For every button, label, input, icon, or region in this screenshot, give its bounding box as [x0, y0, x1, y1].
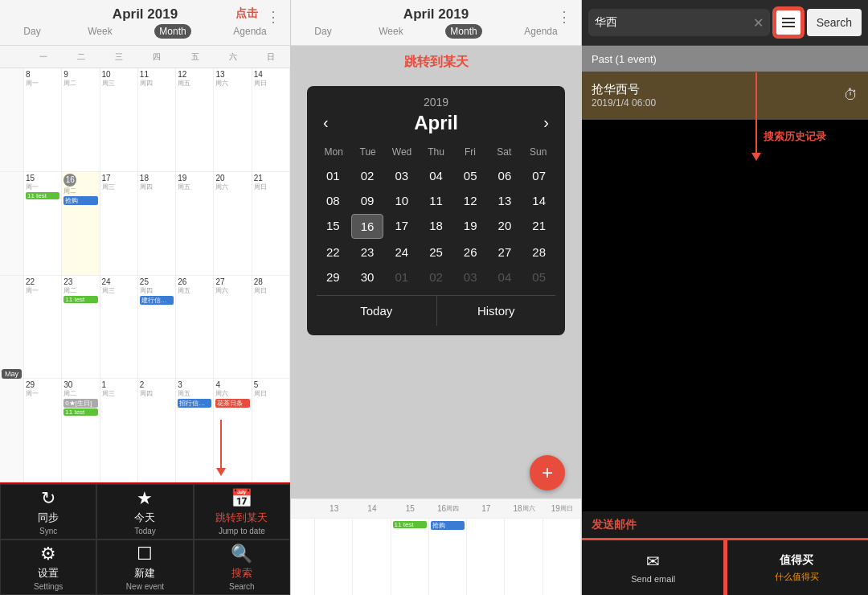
dp-29[interactable]: 29	[317, 265, 350, 289]
dp-10[interactable]: 10	[385, 189, 418, 212]
dp-02[interactable]: 02	[351, 164, 384, 187]
dp-20[interactable]: 20	[489, 214, 522, 239]
search-input[interactable]	[595, 16, 748, 29]
tab-week-mid[interactable]: Week	[374, 24, 407, 39]
mb-18[interactable]	[505, 519, 542, 595]
dp-14[interactable]: 14	[522, 189, 555, 212]
dp-21[interactable]: 21	[522, 214, 555, 239]
day-29[interactable]: 29周一	[24, 379, 62, 482]
dp-11[interactable]: 11	[420, 189, 452, 212]
dp-13[interactable]: 13	[489, 189, 522, 212]
day-18[interactable]: 18周四	[138, 172, 176, 275]
dp-may05[interactable]: 05	[522, 265, 555, 289]
dp-26[interactable]: 26	[454, 240, 487, 264]
tool-sync[interactable]: ↻ 同步 Sync	[0, 484, 96, 540]
day-11[interactable]: 11周四	[138, 68, 176, 171]
tab-month-mid[interactable]: Month	[445, 24, 481, 39]
dp-17[interactable]: 17	[385, 214, 418, 239]
tool-new-event[interactable]: ☐ 新建 New event	[96, 540, 193, 595]
footer-send-email[interactable]: ✉ Send email	[582, 540, 725, 595]
dp-30[interactable]: 30	[351, 265, 384, 289]
dp-12[interactable]: 12	[454, 189, 487, 212]
dp-09[interactable]: 09	[351, 189, 384, 212]
tab-day-left[interactable]: Day	[18, 24, 45, 39]
search-button[interactable]: Search	[807, 9, 862, 36]
list-icon-button[interactable]	[775, 9, 802, 36]
mb-15[interactable]: 11 test	[391, 519, 429, 595]
tab-month-left[interactable]: Month	[154, 24, 190, 39]
dp-05[interactable]: 05	[454, 164, 487, 187]
day-30[interactable]: 30周二0★[生日]11 test	[62, 379, 100, 482]
dp-06[interactable]: 06	[489, 164, 522, 187]
day-15[interactable]: 15周一11 test	[24, 172, 62, 275]
day-24[interactable]: 24周三	[100, 276, 138, 379]
day-10[interactable]: 10周三	[100, 68, 138, 171]
dp-23[interactable]: 23	[351, 240, 384, 264]
day-20[interactable]: 20周六	[214, 172, 252, 275]
day-may2[interactable]: 2周四	[138, 379, 176, 482]
tool-settings[interactable]: ⚙ 设置 Settings	[0, 540, 96, 595]
footer-smzdm[interactable]: 值得买 什么值得买	[726, 540, 869, 595]
dp-16-today[interactable]: 16	[351, 214, 384, 239]
day-21[interactable]: 21周日	[252, 172, 290, 275]
dp-may02[interactable]: 02	[420, 265, 452, 289]
more-icon-mid[interactable]: ⋮	[557, 8, 571, 26]
tool-today[interactable]: ★ 今天 Today	[96, 484, 193, 540]
day-may3[interactable]: 3周五招行信用卡	[176, 379, 214, 482]
day-may1[interactable]: 1周三	[100, 379, 138, 482]
mb-16[interactable]: 抢购	[429, 519, 467, 595]
mb-14[interactable]	[353, 519, 391, 595]
tab-week-left[interactable]: Week	[83, 24, 117, 39]
tab-agenda-left[interactable]: Agenda	[228, 24, 271, 39]
event-clock-icon: ⏱	[844, 87, 858, 104]
day-may5[interactable]: 5周日	[252, 379, 290, 482]
dp-may01[interactable]: 01	[385, 265, 418, 289]
dp-next-btn[interactable]: ›	[537, 110, 555, 135]
dp-07[interactable]: 07	[522, 164, 555, 187]
mb-19[interactable]	[543, 519, 581, 595]
dp-25[interactable]: 25	[420, 240, 452, 264]
day-26[interactable]: 26周五	[176, 276, 214, 379]
day-28[interactable]: 28周日	[252, 276, 290, 379]
day-19[interactable]: 19周五	[176, 172, 214, 275]
day-22[interactable]: 22周一	[24, 276, 62, 379]
dp-24[interactable]: 24	[385, 240, 418, 264]
dp-today-btn[interactable]: Today	[317, 296, 436, 326]
dp-may03[interactable]: 03	[454, 265, 487, 289]
dp-03[interactable]: 03	[385, 164, 418, 187]
fab-add-button[interactable]: +	[530, 455, 565, 490]
dp-01[interactable]: 01	[317, 164, 350, 187]
day-9[interactable]: 9周二	[62, 68, 100, 171]
dp-may04[interactable]: 04	[489, 265, 522, 289]
dp-15[interactable]: 15	[317, 214, 350, 239]
dp-history-btn[interactable]: History	[436, 296, 556, 326]
day-17[interactable]: 17周三	[100, 172, 138, 275]
day-8[interactable]: 8周一	[24, 68, 62, 171]
dp-28[interactable]: 28	[522, 240, 555, 264]
date-picker-popup[interactable]: 2019 ‹ April › Mon Tue Wed Thu Fri Sat S…	[307, 86, 565, 335]
day-12[interactable]: 12周五	[176, 68, 214, 171]
more-icon-left[interactable]: ⋮	[266, 8, 280, 26]
search-tool-icon: 🔍	[231, 544, 252, 564]
event-result-item[interactable]: 抢华西号 2019/1/4 06:00 ⏱	[582, 72, 868, 120]
day-16[interactable]: 16周二抢购	[62, 172, 100, 275]
dp-08[interactable]: 08	[317, 189, 350, 212]
mb-13[interactable]	[315, 519, 353, 595]
day-27[interactable]: 27周六	[214, 276, 252, 379]
dp-22[interactable]: 22	[317, 240, 350, 264]
day-23[interactable]: 23周二11 test	[62, 276, 100, 379]
dp-27[interactable]: 27	[489, 240, 522, 264]
dp-prev-btn[interactable]: ‹	[317, 110, 335, 135]
tab-agenda-mid[interactable]: Agenda	[519, 24, 562, 39]
dp-04[interactable]: 04	[420, 164, 452, 187]
day-14[interactable]: 14周日	[252, 68, 290, 171]
dp-18[interactable]: 18	[420, 214, 452, 239]
clear-search-btn[interactable]: ✕	[753, 15, 764, 31]
mb-17[interactable]	[467, 519, 505, 595]
tool-search[interactable]: 🔍 搜索 Search	[194, 540, 290, 595]
tool-jump[interactable]: 📅 跳转到某天 Jump to date	[194, 484, 290, 540]
tab-day-mid[interactable]: Day	[309, 24, 336, 39]
day-25[interactable]: 25周四建行信用卡	[138, 276, 176, 379]
day-13[interactable]: 13周六	[214, 68, 252, 171]
dp-19[interactable]: 19	[454, 214, 487, 239]
